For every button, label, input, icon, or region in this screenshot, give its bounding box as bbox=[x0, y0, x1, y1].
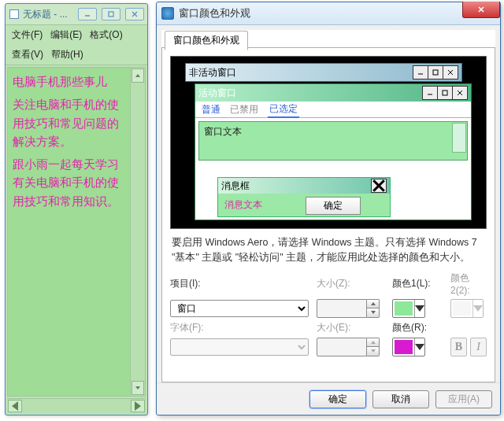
preview-scrollbar bbox=[452, 123, 466, 153]
preview-active-window: 活动窗口 普通 已禁用 已选定 窗口文本 bbox=[195, 83, 472, 220]
size2-spinner bbox=[317, 338, 384, 356]
close-icon bbox=[443, 65, 458, 79]
horizontal-scrollbar[interactable] bbox=[7, 398, 146, 413]
notepad-titlebar[interactable]: 无标题 - ... bbox=[6, 4, 147, 25]
spin-down-icon[interactable] bbox=[367, 308, 380, 318]
notepad-title: 无标题 - ... bbox=[23, 8, 68, 21]
minimize-icon bbox=[413, 65, 428, 79]
close-icon bbox=[371, 179, 387, 193]
item-select[interactable]: 窗口 bbox=[170, 300, 309, 317]
color1-button[interactable] bbox=[392, 299, 425, 318]
preview-inactive-window: 非活动窗口 bbox=[185, 63, 462, 82]
label-colorR: 颜色(R): bbox=[392, 321, 443, 334]
preview-active-title: 活动窗口 bbox=[198, 87, 236, 100]
label-size2: 大小(E): bbox=[317, 321, 384, 334]
spin-up-icon bbox=[367, 338, 380, 347]
preview-inactive-title: 非活动窗口 bbox=[189, 66, 236, 79]
font-select bbox=[170, 338, 309, 356]
close-button[interactable] bbox=[462, 2, 500, 18]
preview-menu-disabled: 已禁用 bbox=[230, 103, 258, 116]
menu-help[interactable]: 帮助(H) bbox=[51, 48, 83, 61]
dialog-footer: 确定 取消 应用(A) bbox=[157, 382, 500, 415]
chevron-down-icon bbox=[472, 300, 483, 317]
ok-button[interactable]: 确定 bbox=[309, 390, 366, 408]
svg-rect-3 bbox=[433, 70, 438, 75]
svg-rect-1 bbox=[109, 12, 113, 17]
label-font: 字体(F): bbox=[170, 321, 309, 334]
menu-file[interactable]: 文件(F) bbox=[12, 28, 43, 42]
maximize-icon bbox=[437, 86, 453, 100]
text-line: 跟小雨一起每天学习有关电脑和手机的使用技巧和常用知识。 bbox=[13, 155, 125, 210]
scroll-left-icon[interactable] bbox=[8, 400, 22, 412]
bold-button: B bbox=[450, 338, 467, 356]
preview-menu: 普通 已禁用 已选定 bbox=[195, 102, 471, 118]
minimize-button[interactable] bbox=[78, 8, 97, 20]
notepad-window: 无标题 - ... 文件(F) 编辑(E) 格式(O) 查看(V) 帮助(H) … bbox=[5, 3, 148, 415]
scroll-up-icon[interactable] bbox=[132, 68, 144, 83]
label-color2: 颜色2(2): bbox=[450, 271, 487, 296]
dialog-icon bbox=[161, 7, 174, 20]
vertical-scrollbar[interactable] bbox=[130, 68, 145, 396]
spin-down-icon bbox=[367, 346, 380, 356]
preview-ok-button: 确定 bbox=[306, 197, 361, 215]
maximize-button[interactable] bbox=[102, 8, 120, 20]
colorR-swatch bbox=[395, 340, 413, 354]
scroll-right-icon[interactable] bbox=[131, 400, 145, 412]
svg-rect-5 bbox=[443, 90, 447, 95]
color1-swatch bbox=[395, 301, 413, 316]
label-color1: 颜色1(L): bbox=[392, 277, 443, 290]
label-size1: 大小(Z): bbox=[317, 277, 384, 290]
size1-input bbox=[317, 299, 367, 318]
tab-appearance[interactable]: 窗口颜色和外观 bbox=[165, 31, 248, 50]
preview-msgbox-title: 消息框 bbox=[221, 179, 250, 193]
appearance-dialog: 窗口颜色和外观 窗口颜色和外观 非活动窗口 bbox=[156, 2, 501, 415]
size1-spinner[interactable] bbox=[317, 299, 384, 318]
cancel-button[interactable]: 取消 bbox=[372, 390, 429, 408]
close-button[interactable] bbox=[125, 8, 144, 20]
close-icon bbox=[452, 86, 468, 100]
label-item: 项目(I): bbox=[170, 277, 309, 290]
dialog-titlebar[interactable]: 窗口颜色和外观 bbox=[157, 2, 500, 25]
notepad-menubar: 文件(F) 编辑(E) 格式(O) 查看(V) 帮助(H) bbox=[6, 25, 147, 65]
color2-swatch bbox=[453, 301, 471, 316]
preview-menu-normal: 普通 bbox=[202, 103, 220, 116]
font-style-buttons: B I bbox=[450, 338, 487, 356]
notepad-icon bbox=[9, 9, 20, 20]
spin-up-icon[interactable] bbox=[367, 299, 380, 308]
menu-view[interactable]: 查看(V) bbox=[12, 48, 43, 61]
dialog-title: 窗口颜色和外观 bbox=[179, 6, 250, 20]
minimize-icon bbox=[422, 86, 438, 100]
colorR-button[interactable] bbox=[392, 338, 425, 356]
menu-format[interactable]: 格式(O) bbox=[90, 28, 122, 42]
chevron-down-icon bbox=[414, 338, 424, 356]
menu-edit[interactable]: 编辑(E) bbox=[50, 28, 82, 42]
scroll-down-icon[interactable] bbox=[132, 381, 144, 395]
preview-pane: 非活动窗口 活动窗口 bbox=[170, 56, 487, 229]
preview-window-text: 窗口文本 bbox=[198, 121, 468, 161]
italic-button: I bbox=[470, 338, 487, 356]
apply-button[interactable]: 应用(A) bbox=[435, 390, 492, 408]
aero-note: 要启用 Windows Aero，请选择 Windows 主题。只有选择 Win… bbox=[170, 235, 487, 265]
preview-menu-selected: 已选定 bbox=[268, 102, 299, 118]
size2-input bbox=[317, 338, 367, 356]
text-line: 关注电脑和手机的使用技巧和常见问题的解决方案。 bbox=[13, 95, 125, 150]
notepad-textarea[interactable]: 电脑手机那些事儿 关注电脑和手机的使用技巧和常见问题的解决方案。 跟小雨一起每天… bbox=[8, 68, 130, 396]
text-line: 电脑手机那些事儿 bbox=[13, 72, 125, 90]
color2-button bbox=[450, 299, 484, 318]
maximize-icon bbox=[428, 65, 443, 79]
chevron-down-icon bbox=[414, 300, 424, 317]
tab-strip: 窗口颜色和外观 bbox=[161, 30, 495, 47]
